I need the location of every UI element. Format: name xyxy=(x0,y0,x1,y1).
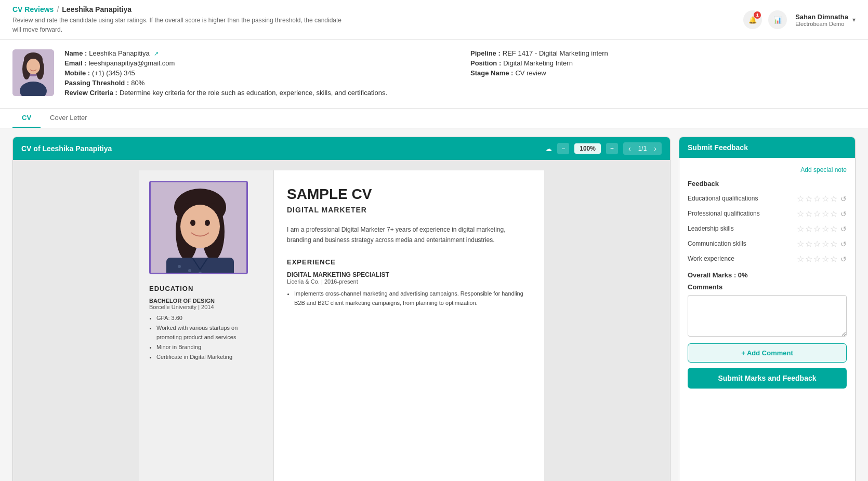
refresh-professional-icon[interactable]: ↺ xyxy=(840,210,847,218)
notifications-button[interactable]: 🔔 1 xyxy=(743,10,762,29)
feedback-panel-header: Submit Feedback xyxy=(679,137,855,158)
cv-photo-svg xyxy=(151,182,248,274)
star-4[interactable]: ☆ xyxy=(822,209,829,219)
breadcrumb-link[interactable]: CV Reviews xyxy=(12,5,54,14)
candidate-grid: Name : Leeshika Panapitiya ↗ Email : lee… xyxy=(64,49,856,99)
star-3[interactable]: ☆ xyxy=(813,194,821,204)
add-comment-button[interactable]: + Add Comment xyxy=(688,343,847,363)
star-1[interactable]: ☆ xyxy=(797,239,804,249)
refresh-leadership-icon[interactable]: ↺ xyxy=(840,225,847,233)
cv-edu-bullet-2: Worked with various startups on promotin… xyxy=(156,323,263,342)
star-2[interactable]: ☆ xyxy=(805,254,812,264)
position-label: Position : xyxy=(470,59,501,67)
rating-row-work-experience: Work experience ☆ ☆ ☆ ☆ ☆ ↺ xyxy=(688,254,847,264)
cloud-icon[interactable]: ☁ xyxy=(545,145,552,153)
stars-professional[interactable]: ☆ ☆ ☆ ☆ ☆ ↺ xyxy=(797,209,847,219)
star-4[interactable]: ☆ xyxy=(822,254,829,264)
candidate-section: Name : Leeshika Panapitiya ↗ Email : lee… xyxy=(0,40,868,109)
tabs: CV Cover Letter xyxy=(12,109,856,128)
candidate-email: leeshipanapitiya@gmail.com xyxy=(89,59,175,67)
stars-communication[interactable]: ☆ ☆ ☆ ☆ ☆ ↺ xyxy=(797,239,847,249)
tab-cover-letter[interactable]: Cover Letter xyxy=(41,109,97,128)
star-2[interactable]: ☆ xyxy=(805,209,812,219)
user-text: Sahan Dimnatha Electrobeam Demo xyxy=(795,13,848,27)
candidate-details: Name : Leeshika Panapitiya ↗ Email : lee… xyxy=(64,49,856,99)
submit-button[interactable]: Submit Marks and Feedback xyxy=(688,368,847,389)
svg-point-14 xyxy=(205,220,210,226)
star-3[interactable]: ☆ xyxy=(813,239,821,249)
star-4[interactable]: ☆ xyxy=(822,239,829,249)
cv-education-heading: EDUCATION xyxy=(149,285,263,292)
star-1[interactable]: ☆ xyxy=(797,194,804,204)
cv-exp-title: DIGITAL MARKETING SPECIALIST xyxy=(287,271,531,278)
comments-label: Comments xyxy=(688,283,847,291)
svg-point-16 xyxy=(178,265,181,268)
stage-name-row: Stage Name : CV review xyxy=(470,69,856,77)
stars-leadership[interactable]: ☆ ☆ ☆ ☆ ☆ ↺ xyxy=(797,224,847,234)
stage-name-label: Stage Name : xyxy=(470,69,513,77)
stars-educational[interactable]: ☆ ☆ ☆ ☆ ☆ ↺ xyxy=(797,194,847,204)
user-org: Electrobeam Demo xyxy=(795,21,848,27)
star-5[interactable]: ☆ xyxy=(830,194,837,204)
stars-work-experience[interactable]: ☆ ☆ ☆ ☆ ☆ ↺ xyxy=(797,254,847,264)
candidate-photo xyxy=(12,49,54,96)
breadcrumb-separator: / xyxy=(57,5,59,14)
star-2[interactable]: ☆ xyxy=(805,224,812,234)
refresh-communication-icon[interactable]: ↺ xyxy=(840,240,847,248)
zoom-in-button[interactable]: + xyxy=(606,143,618,154)
main-content: CV of Leeshika Panapitiya ☁ − 100% + ‹ 1… xyxy=(0,128,868,481)
external-link-icon[interactable]: ↗ xyxy=(154,50,159,57)
criterion-educational: Educational qualifications xyxy=(688,194,758,203)
star-3[interactable]: ☆ xyxy=(813,209,821,219)
cv-panel: CV of Leeshika Panapitiya ☁ − 100% + ‹ 1… xyxy=(12,137,670,481)
rating-row-leadership: Leadership skills ☆ ☆ ☆ ☆ ☆ ↺ xyxy=(688,224,847,234)
star-2[interactable]: ☆ xyxy=(805,194,812,204)
analytics-button[interactable]: 📊 xyxy=(768,10,787,29)
star-1[interactable]: ☆ xyxy=(797,224,804,234)
next-page-button[interactable]: › xyxy=(651,143,660,154)
star-5[interactable]: ☆ xyxy=(830,224,837,234)
tab-cv[interactable]: CV xyxy=(12,109,41,128)
star-1[interactable]: ☆ xyxy=(797,254,804,264)
review-criteria-label: Review Criteria : xyxy=(64,89,117,97)
pipeline-value: REF 1417 - Digital Marketing intern xyxy=(503,49,608,57)
page-info: 1/1 xyxy=(636,145,649,152)
svg-point-7 xyxy=(27,59,40,74)
pipeline-row: Pipeline : REF 1417 - Digital Marketing … xyxy=(470,49,856,57)
star-5[interactable]: ☆ xyxy=(830,239,837,249)
refresh-work-experience-icon[interactable]: ↺ xyxy=(840,255,847,263)
star-4[interactable]: ☆ xyxy=(822,224,829,234)
header-left: CV Reviews / Leeshika Panapitiya Review … xyxy=(12,5,350,34)
star-3[interactable]: ☆ xyxy=(813,224,821,234)
cv-candidate-photo xyxy=(149,181,248,274)
rating-row-professional: Professional qualifications ☆ ☆ ☆ ☆ ☆ ↺ xyxy=(688,209,847,219)
zoom-out-button[interactable]: − xyxy=(557,143,569,154)
user-profile[interactable]: Sahan Dimnatha Electrobeam Demo ▾ xyxy=(795,13,856,27)
star-1[interactable]: ☆ xyxy=(797,209,804,219)
cv-exp-bullet-1: Implements cross-channel marketing and a… xyxy=(294,289,531,308)
rating-row-educational: Educational qualifications ☆ ☆ ☆ ☆ ☆ ↺ xyxy=(688,194,847,204)
prev-page-button[interactable]: ‹ xyxy=(625,143,634,154)
refresh-educational-icon[interactable]: ↺ xyxy=(840,195,847,203)
criterion-work-experience: Work experience xyxy=(688,255,734,263)
star-2[interactable]: ☆ xyxy=(805,239,812,249)
mobile-label: Mobile : xyxy=(64,69,90,77)
star-5[interactable]: ☆ xyxy=(830,209,837,219)
star-5[interactable]: ☆ xyxy=(830,254,837,264)
cv-exp-bullets: Implements cross-channel marketing and a… xyxy=(287,289,531,308)
candidate-email-row: Email : leeshipanapitiya@gmail.com xyxy=(64,59,450,67)
cv-job-title: DIGITAL MARKETER xyxy=(287,206,531,214)
star-3[interactable]: ☆ xyxy=(813,254,821,264)
svg-point-17 xyxy=(188,269,191,272)
cv-content: EDUCATION BACHELOR OF DESIGN Borcelle Un… xyxy=(13,160,670,481)
rating-row-communication: Communication skills ☆ ☆ ☆ ☆ ☆ ↺ xyxy=(688,239,847,249)
cv-exp-company: Liceria & Co. | 2016-present xyxy=(287,278,531,285)
review-criteria-value: Determine key criteria for the role such… xyxy=(120,89,387,97)
passing-threshold-row: Passing Threshold : 80% xyxy=(64,79,450,87)
comments-textarea[interactable] xyxy=(688,295,847,337)
overall-marks-label: Overall Marks : xyxy=(688,271,736,279)
name-label: Name : xyxy=(64,49,87,57)
star-4[interactable]: ☆ xyxy=(822,194,829,204)
add-special-note-link[interactable]: Add special note xyxy=(688,166,847,173)
candidate-avatar-svg xyxy=(12,49,54,96)
